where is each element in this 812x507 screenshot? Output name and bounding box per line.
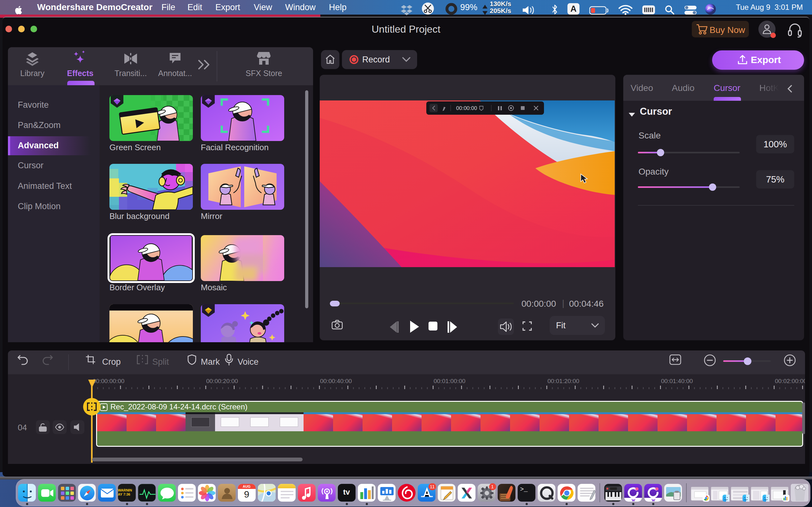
svg-text:00:00:00: 00:00:00	[456, 105, 477, 111]
